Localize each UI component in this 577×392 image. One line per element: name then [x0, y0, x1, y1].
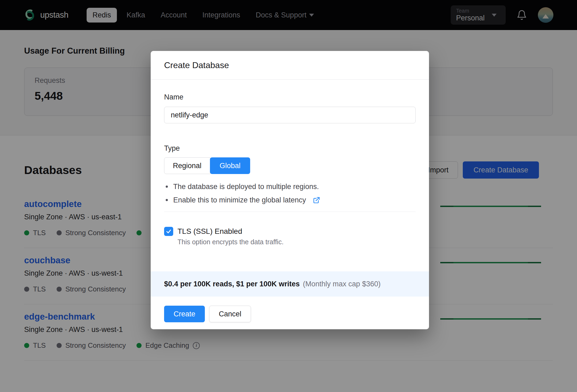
- bullet-dot: [166, 199, 168, 201]
- modal-title: Create Database: [164, 60, 229, 70]
- create-database-modal: Create Database Name Type RegionalGlobal…: [151, 51, 429, 329]
- cancel-button[interactable]: Cancel: [209, 306, 251, 322]
- external-link-icon[interactable]: [313, 197, 320, 204]
- type-label: Type: [164, 144, 416, 153]
- tls-description: This option encrypts the data traffic.: [177, 238, 416, 246]
- type-description-bullets: The database is deployed to multiple reg…: [164, 182, 416, 205]
- create-button[interactable]: Create: [164, 306, 205, 322]
- tls-label: TLS (SSL) Enabled: [177, 227, 242, 236]
- bullet-item: The database is deployed to multiple reg…: [164, 182, 416, 191]
- pricing-banner: $0.4 per 100K reads, $1 per 100K writes …: [151, 271, 429, 297]
- type-segmented-control: RegionalGlobal: [164, 157, 416, 174]
- modal-divider: [164, 212, 416, 212]
- pricing-note: (Monthly max cap $360): [303, 280, 381, 288]
- type-option-regional[interactable]: Regional: [164, 157, 210, 174]
- type-option-global[interactable]: Global: [210, 157, 250, 174]
- name-label: Name: [164, 93, 416, 101]
- tls-checkbox[interactable]: [164, 227, 173, 236]
- bullet-dot: [166, 186, 168, 188]
- bullet-item: Enable this to minimize the global laten…: [164, 195, 416, 205]
- name-input[interactable]: [164, 107, 416, 123]
- pricing-main: $0.4 per 100K reads, $1 per 100K writes: [164, 280, 300, 288]
